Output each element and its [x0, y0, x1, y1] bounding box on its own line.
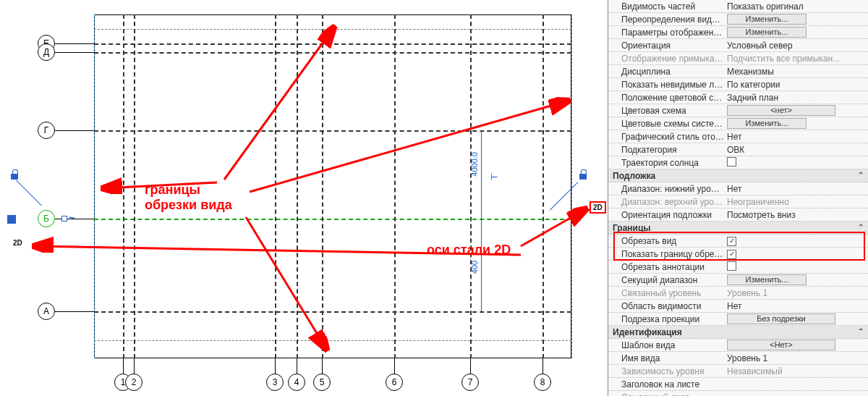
grid-line-B-selected[interactable]	[94, 219, 571, 220]
grid-line-7[interactable]	[470, 14, 472, 358]
prop-graphic-style[interactable]: Графический стиль отобр... Нет	[608, 130, 868, 143]
chevron-icon: ⌃	[858, 171, 864, 179]
prop-view-template[interactable]: Шаблон вида <Нет>	[608, 339, 868, 352]
group-underlay[interactable]: Подложка⌃	[608, 169, 868, 182]
grid-line-8[interactable]	[542, 14, 544, 358]
grid-bubble-A[interactable]: А	[38, 303, 55, 320]
crop-view-checkbox[interactable]	[727, 237, 736, 246]
grid-bubble-3[interactable]: 3	[266, 374, 284, 391]
axis-2d-tag-left[interactable]: 2D	[13, 239, 22, 247]
prop-override-visibility[interactable]: Переопределения видим... Изменить...	[608, 13, 868, 26]
grid-line-3[interactable]	[275, 14, 276, 358]
grid-line-D[interactable]	[94, 52, 571, 54]
properties-panel[interactable]: Видимость частей Показать оригинал Перео…	[608, 0, 868, 396]
crop-visible-checkbox[interactable]	[727, 250, 736, 259]
zigzag-icon: ~	[69, 212, 75, 224]
grid-bubble-5[interactable]: 5	[313, 374, 331, 391]
grid-bubble-G[interactable]: Г	[38, 122, 55, 139]
prop-assoc-level: Связанный уровень Уровень 1	[608, 287, 868, 300]
prop-title-on-sheet[interactable]: Заголовок на листе	[608, 378, 868, 391]
prop-ref-sheet: Ссылочный лист	[608, 391, 868, 396]
prop-depth-clip[interactable]: Подрезка проекции Без подрезки	[608, 313, 868, 326]
grid-line-A[interactable]	[94, 311, 571, 313]
prop-view-name[interactable]: Имя вида Уровень 1	[608, 352, 868, 365]
grid-line-1[interactable]	[123, 14, 124, 358]
grid-bubble-B[interactable]: Б	[38, 210, 55, 227]
dimension-line[interactable]	[481, 130, 482, 311]
prop-scope-box[interactable]: Область видимости Нет	[608, 300, 868, 313]
override-vis-button[interactable]: Изменить...	[727, 14, 807, 25]
group-extents[interactable]: Границы⌃	[608, 222, 868, 235]
grid-bubble-D[interactable]: Д	[38, 43, 55, 61]
grid-line-5[interactable]	[322, 14, 323, 358]
grid-bubble-7[interactable]: 7	[461, 374, 479, 391]
dimension-value-2[interactable]: 400	[470, 261, 479, 275]
grid-line-6[interactable]	[394, 14, 396, 358]
prop-color-scheme[interactable]: Цветовая схема <нет>	[608, 104, 868, 117]
prop-annotation-crop[interactable]: Обрезать аннотации	[608, 261, 868, 274]
prop-section-range[interactable]: Секущий диапазон Изменить...	[608, 274, 868, 287]
prop-hidden-lines[interactable]: Показать невидимые линии По категории	[608, 78, 868, 91]
annotation-crop-boundary: границы обрезки вида	[145, 182, 232, 212]
prop-sun-path[interactable]: Траектория солнца	[608, 156, 868, 169]
annotation-axes-2d: оси стали 2D	[427, 243, 511, 258]
prop-display-params[interactable]: Параметры отображения ... Изменить...	[608, 26, 868, 39]
chevron-icon: ⌃	[858, 223, 864, 231]
prop-color-scheme-pos[interactable]: Положение цветовой схе... Задний план	[608, 91, 868, 104]
depth-clip-button[interactable]: Без подрезки	[727, 313, 835, 324]
chevron-icon: ⌃	[858, 327, 864, 335]
axis-end-toggle-left[interactable]	[7, 215, 16, 224]
crop-edge-left[interactable]	[94, 14, 95, 358]
dimension-grip-icon[interactable]: ⊢	[490, 172, 498, 182]
grid-line-4[interactable]	[297, 14, 298, 358]
prop-orientation[interactable]: Ориентация Условный север	[608, 39, 868, 52]
grid-bubble-6[interactable]: 6	[386, 374, 403, 391]
group-identity[interactable]: Идентификация⌃	[608, 326, 868, 339]
view-template-button[interactable]: <Нет>	[727, 340, 835, 350]
prop-dependency: Зависимость уровня Независимый	[608, 365, 868, 378]
prop-system-color[interactable]: Цветовые схемы системы Изменить...	[608, 117, 868, 130]
system-color-button[interactable]: Изменить...	[727, 118, 807, 129]
grid-line-G[interactable]	[94, 130, 571, 132]
drawing-canvas[interactable]: Е Д Г Б А 1 2 3 4 5 6 7 8 ~ 2D 2D 4000.0…	[0, 0, 608, 396]
section-range-button[interactable]: Изменить...	[727, 274, 807, 285]
grid-bubble-2[interactable]: 2	[125, 374, 142, 391]
prop-range-lower[interactable]: Диапазон: нижний уровень Нет	[608, 182, 868, 195]
prop-crop-view[interactable]: Обрезать вид	[608, 235, 868, 248]
dimension-value-1[interactable]: 4000.0	[470, 152, 479, 178]
prop-joins[interactable]: Отображение примыкани... Подчистить все …	[608, 52, 868, 65]
prop-discipline[interactable]: Дисциплина Механизмы	[608, 65, 868, 78]
lock-icon-right[interactable]	[579, 169, 589, 181]
drag-handle-left[interactable]	[61, 216, 67, 222]
prop-visibility-parts[interactable]: Видимость частей Показать оригинал	[608, 0, 868, 13]
sun-path-checkbox[interactable]	[727, 157, 736, 167]
axis-2d-tag-right[interactable]: 2D	[590, 201, 606, 214]
prop-underlay-orient[interactable]: Ориентация подложки Посмотреть вниз	[608, 208, 868, 222]
grid-bubble-4[interactable]: 4	[288, 374, 305, 391]
prop-range-upper: Диапазон: верхний уровень Неограниченно	[608, 195, 868, 208]
annotation-crop-checkbox[interactable]	[727, 261, 736, 271]
display-params-button[interactable]: Изменить...	[727, 27, 807, 38]
grid-line-E[interactable]	[94, 43, 571, 45]
prop-crop-visible[interactable]: Показать границу обрезки	[608, 248, 868, 261]
grid-line-2[interactable]	[134, 14, 135, 358]
color-scheme-button[interactable]: <нет>	[727, 105, 835, 116]
grid-bubble-8[interactable]: 8	[534, 374, 551, 391]
prop-subcategory[interactable]: Подкатегория ОВК	[608, 143, 868, 156]
